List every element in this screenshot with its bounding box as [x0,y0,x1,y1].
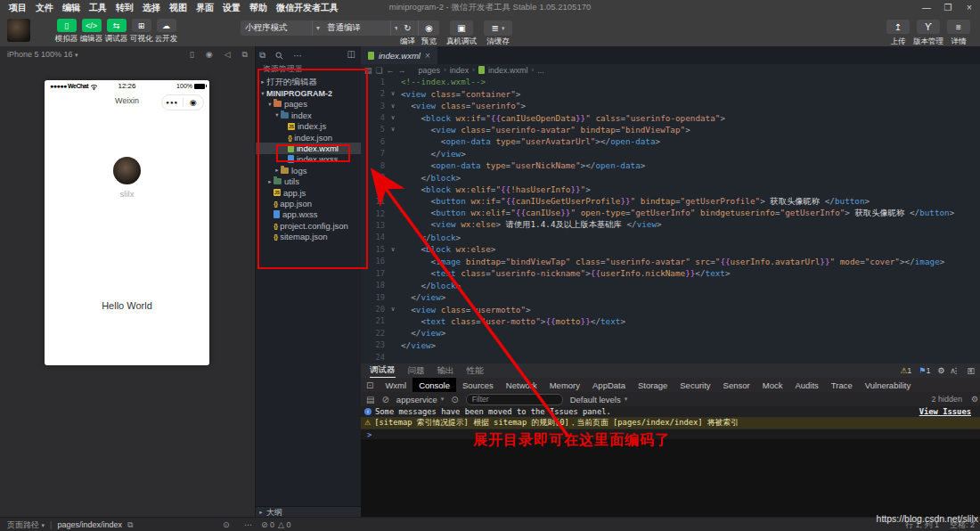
copy-icon[interactable]: ⧉ [127,520,133,530]
avatar[interactable] [113,157,141,184]
breadcrumb-item[interactable]: ... [537,66,544,75]
breadcrumb-item[interactable]: pages [419,66,441,75]
tree-item[interactable]: ▾MINIPROGRAM-2 [256,87,361,98]
code-line[interactable]: 12 <button wx:elif="{{canIUse}}" open-ty… [361,208,980,219]
clear-console-icon[interactable]: ⊘ [381,395,388,404]
fold-icon[interactable]: ∨ [385,246,401,253]
devtools-tab-console[interactable]: Console [412,378,456,392]
console-empty-area[interactable] [361,439,980,517]
search-icon[interactable] [275,52,283,60]
minimize-button[interactable]: — [916,0,937,15]
eye-icon[interactable]: ⊙ [223,518,230,531]
fold-icon[interactable]: ∨ [385,126,401,133]
list-icon[interactable]: ▤ [364,66,372,75]
devtools-tab-sources[interactable]: Sources [456,378,500,392]
split-editor-icon[interactable]: ◫ [347,49,355,59]
maximize-button[interactable]: ❐ [937,0,959,15]
preview-button[interactable]: ◉ [419,20,439,36]
devtools-tab-wxml[interactable]: Wxml [379,378,412,392]
more-icon[interactable]: ●●● [162,100,183,105]
indentation-label[interactable]: 空格: 2 [950,519,975,531]
gear-icon[interactable]: ⚙ [971,395,978,404]
tree-item[interactable]: JSindex.js [256,121,361,132]
code-line[interactable]: 15∨ <block wx:else> [361,243,980,255]
code-line[interactable]: 2∨<view class="container"> [361,87,980,99]
menu-item[interactable]: 微信开发者工具 [273,1,342,15]
problem-counts[interactable]: ⊘ 0 △ 0 [261,518,291,531]
云开发-button[interactable]: ☁云开发 [155,19,177,45]
调试器-button[interactable]: ⇆调试器 [105,19,127,45]
details-button[interactable]: ≡ [947,20,970,34]
panel-tab-调试器[interactable]: 调试器 [370,363,396,379]
cursor-position[interactable]: 行 1, 列 1 [905,519,939,531]
tab-index-wxml[interactable]: index.wxml × [361,46,437,64]
编辑器-button[interactable]: </>编辑器 [80,19,102,45]
panel-tab-问题[interactable]: 问题 [408,364,425,378]
devtools-tab-vulnerability[interactable]: Vulnerability [859,378,917,392]
code-line[interactable]: 20∨ <view class="usermotto"> [361,303,980,315]
bookmark-icon[interactable]: ❏ [376,66,383,75]
clear-cache-button[interactable]: ≣ ▾ [484,20,512,36]
code-line[interactable]: 13 <view wx:else> 请使用1.4.4及以上版本基础库 </vie… [361,219,980,231]
console-sidebar-icon[interactable]: ▤ [366,395,374,404]
模拟器-button[interactable]: ▯模拟器 [55,19,78,45]
devtools-tab-storage[interactable]: Storage [632,378,674,392]
code-line[interactable]: 5∨ <view class="userinfo-avatar" bindtap… [361,124,980,135]
code-line[interactable]: 1<!--index.wxml--> [361,76,980,87]
breadcrumb-item[interactable]: index.wxml [488,66,528,75]
breadcrumb-item[interactable]: index [450,66,470,75]
tree-item[interactable]: {}app.json [256,198,361,208]
code-line[interactable]: 7 </view> [361,148,980,159]
menu-item[interactable]: 选择 [139,1,164,15]
tree-item[interactable]: index.wxml [256,143,361,153]
code-line[interactable]: 18 </block> [361,279,980,290]
tree-item[interactable]: ▾pages [256,99,361,110]
code-line[interactable]: 3∨ <view class="userinfo"> [361,100,980,111]
code-line[interactable]: 10 <block wx:elif="{{!hasUserInfo}}"> [361,184,980,195]
menu-item[interactable]: 视图 [166,1,191,15]
kebab-menu-icon[interactable]: ⋮ [951,366,960,375]
record-icon[interactable]: ◉ [206,50,213,59]
tree-item[interactable]: index.wxss [256,154,361,165]
mode-select[interactable]: 小程序模式 ▾ [241,20,324,36]
close-button[interactable]: × [959,0,980,15]
devtools-tab-trace[interactable]: Trace [825,378,859,392]
devtools-tab-mock[interactable]: Mock [756,378,789,392]
version-control-button[interactable]: ϒ [917,20,940,34]
compile-button[interactable]: ↻ [397,20,419,36]
可视化-button[interactable]: ⊞可视化 [130,19,152,45]
menu-item[interactable]: 工具 [86,1,110,15]
eye-icon[interactable]: ⊙ [451,395,458,404]
code-line[interactable]: 16 <image bindtap="bindViewTap" class="u… [361,256,980,267]
devtools-tab-network[interactable]: Network [500,378,543,392]
log-levels-select[interactable]: Default levels ▾ [570,395,628,404]
devtools-tab-sensor[interactable]: Sensor [717,378,756,392]
user-avatar[interactable] [7,19,30,42]
context-select[interactable]: appservice ▾ [396,395,444,404]
inspect-icon[interactable]: ⊡ [361,380,379,390]
tree-item[interactable]: {}project.config.json [256,220,361,231]
code-line[interactable]: 22 </view> [361,327,980,339]
gear-icon[interactable]: ⚙ [937,366,944,375]
tree-item[interactable]: {}sitemap.json [256,231,361,241]
back-arrow-icon[interactable]: ← [387,66,395,75]
close-icon[interactable]: × [425,51,430,61]
devtools-tab-audits[interactable]: Audits [788,378,824,392]
menu-item[interactable]: 编辑 [59,1,84,15]
code-line[interactable]: 17 <text class="userinfo-nickname">{{use… [361,267,980,279]
files-icon[interactable]: ⧉ [259,50,265,61]
tree-item[interactable]: JSapp.js [256,187,361,198]
upload-button[interactable]: ↥ [886,20,910,34]
tree-item[interactable]: app.wxss [256,209,361,220]
devtools-tab-memory[interactable]: Memory [543,378,586,392]
code-line[interactable]: 23</view> [361,339,980,351]
dock-icon[interactable]: ◫ [967,366,975,375]
menu-item[interactable]: 帮助 [246,1,271,15]
warning-badge[interactable]: ⚠1 [900,366,911,375]
devtools-tab-security[interactable]: Security [674,378,716,392]
tree-item[interactable]: ▾index [256,110,361,120]
panel-tab-输出[interactable]: 输出 [437,364,454,378]
code-line[interactable]: 4∨ <block wx:if="{{canIUseOpenData}}" ca… [361,111,980,123]
capsule-button[interactable]: ●●● ◉ [161,94,204,110]
rotate-icon[interactable]: ◁ [225,50,231,59]
